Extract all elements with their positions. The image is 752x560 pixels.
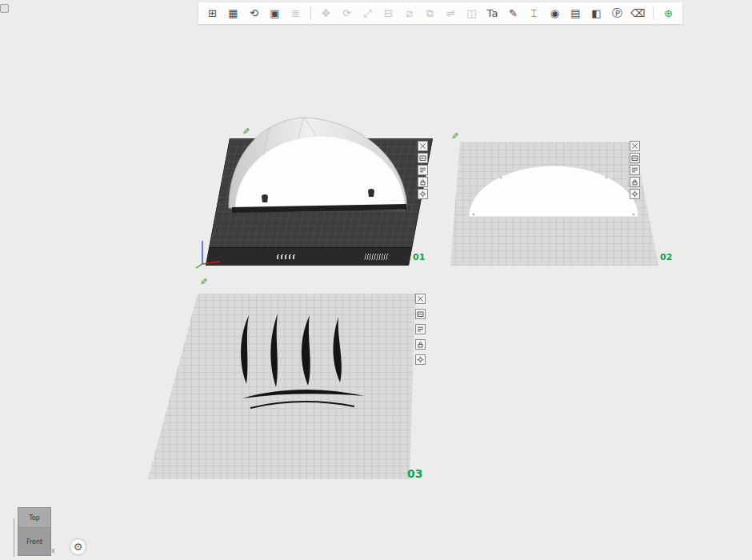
plate-01-icon-plate-config[interactable] [418, 189, 428, 199]
toolbar-button-add-model[interactable]: ⊞ [204, 5, 221, 22]
toolbar-button-mirror[interactable]: ⇌ [442, 5, 459, 22]
plate-03-icon-plate-settings[interactable] [415, 324, 426, 334]
view-navigation-cube[interactable]: Top Front [18, 507, 51, 556]
toolbar-button-color-change[interactable]: ◧ [588, 5, 605, 22]
toolbar-icon-eraser: ⌫ [630, 7, 645, 19]
plate-01-rename-pencil-icon[interactable]: ✎ [242, 126, 250, 137]
plate-02-icon-delete-plate[interactable] [630, 141, 640, 151]
toolbar-button-arrange[interactable]: ▣ [266, 5, 283, 22]
brim-line [250, 402, 354, 408]
plate-03-icon-lock-plate[interactable] [415, 339, 426, 350]
brim-arc [242, 390, 364, 398]
model-dome-shell[interactable] [222, 114, 414, 216]
x-axis [202, 262, 220, 264]
plate-01-toolbar [418, 141, 428, 199]
toolbar-button-text-tool[interactable]: Ta [484, 5, 501, 22]
toolbar-button-cut[interactable]: ⧄ [401, 5, 418, 22]
plate-01-icon-export-plate[interactable] [418, 153, 428, 163]
toolbar-icon-seam: ◉ [550, 7, 559, 19]
plate-03-number: 03 [407, 467, 422, 480]
model-flat-semicircle[interactable] [466, 160, 642, 220]
toolbar-button-eraser[interactable]: ⌫ [630, 5, 646, 22]
plate-02-toolbar [630, 141, 640, 199]
pin-dot [500, 177, 502, 179]
toolbar-icon-place-on-face: ⊟ [384, 7, 393, 19]
plate-01-number: 01 [413, 252, 425, 262]
plate-01-icon-lock-plate[interactable] [418, 177, 428, 187]
plate-02-icon-plate-config[interactable] [630, 189, 640, 199]
fin-3 [302, 315, 310, 386]
toolbar-button-scale[interactable]: ⤢ [359, 5, 376, 22]
plate-origin-axes [194, 239, 222, 270]
toolbar-button-split-objects[interactable]: ⊕ [660, 5, 677, 22]
model-blade-fins[interactable] [236, 314, 372, 414]
semicircle-face [469, 166, 638, 217]
toolbar-icon-text-tool: Ta [487, 7, 498, 19]
collapse-panel-icon[interactable] [0, 4, 9, 13]
plate-03-icon-delete-plate[interactable] [415, 294, 426, 304]
y-axis [196, 264, 202, 268]
fin-2 [270, 314, 278, 387]
toolbar-icon-split-objects: ⊕ [664, 7, 673, 19]
toolbar-icon-mirror: ⇌ [446, 7, 455, 19]
toolbar-icon-support: ⌶ [531, 7, 538, 20]
main-toolbar: ⊞ ▦ ⟲ ▣ ≣ ✥ [198, 2, 682, 24]
toolbar-icon-split-parts: ◫ [466, 7, 476, 19]
plate-03-toolbar [415, 294, 426, 365]
pin-dot [633, 214, 635, 216]
toolbar-button-move[interactable]: ✥ [318, 5, 334, 22]
toolbar-icon-scale: ⤢ [363, 7, 371, 20]
plate-03-icon-plate-config[interactable] [415, 354, 426, 365]
toolbar-button-clone[interactable]: ⧉ [422, 5, 438, 22]
toolbar-icon-height-range: ▤ [570, 7, 580, 19]
toolbar-icon-clone: ⧉ [426, 7, 434, 20]
toolbar-button-add-plate[interactable]: ▦ [225, 5, 242, 22]
world-axis-x-label: x [51, 547, 55, 554]
toolbar-icon-cut: ⧄ [406, 7, 412, 20]
fin-1 [241, 315, 249, 384]
plate-02-rename-pencil-icon[interactable]: ✎ [451, 131, 458, 142]
plate-01-front-edge [206, 247, 411, 265]
plate-01-icon-delete-plate[interactable] [418, 141, 428, 151]
toolbar-button-auto-orient[interactable]: ⟲ [246, 5, 262, 22]
toolbar-button-split-parts[interactable]: ◫ [463, 5, 480, 22]
toolbar-icon-add-model: ⊞ [208, 7, 217, 19]
pin-dot [606, 177, 608, 179]
plate-01-icon-plate-settings[interactable] [418, 165, 428, 175]
viewport-settings-button[interactable]: ⚙ [70, 539, 86, 554]
toolbar-icon-auto-orient: ⟲ [250, 7, 258, 19]
toolbar-icon-primitive: Ⓟ [612, 6, 622, 21]
nav-cube-top-face[interactable]: Top [18, 507, 51, 528]
plate-brand-logo [276, 254, 296, 259]
plate-03-icon-export-plate[interactable] [415, 309, 426, 319]
plate-02-number: 02 [660, 252, 672, 262]
toolbar-button-support[interactable]: ⌶ [526, 5, 542, 22]
toolbar-icon-move: ✥ [322, 7, 330, 19]
toolbar-button-place-on-face[interactable]: ⊟ [380, 5, 397, 22]
nav-cube-front-face[interactable]: Front [18, 528, 51, 556]
toolbar-icon-layers: ≣ [291, 7, 300, 19]
plate-02-icon-lock-plate[interactable] [630, 177, 640, 187]
toolbar-button-paint[interactable]: ✎ [505, 5, 522, 22]
toolbar-button-primitive[interactable]: Ⓟ [609, 5, 626, 22]
toolbar-icon-add-plate: ▦ [228, 7, 238, 19]
toolbar-icon-rotate: ⟳ [342, 7, 351, 19]
nav-cube-front-label: Front [26, 538, 42, 546]
toolbar-icon-color-change: ◧ [591, 7, 601, 19]
plate-02-icon-plate-settings[interactable] [630, 165, 640, 175]
plate-02-icon-export-plate[interactable] [630, 153, 640, 163]
toolbar-button-layers[interactable]: ≣ [287, 5, 304, 22]
plate-03-rename-pencil-icon[interactable]: ✎ [200, 277, 207, 287]
toolbar-button-rotate[interactable]: ⟳ [338, 5, 355, 22]
toolbar-button-height-range[interactable]: ▤ [567, 5, 584, 22]
slicer-window: ⊞ ▦ ⟲ ▣ ≣ ✥ [0, 0, 752, 560]
toolbar-button-sep-1[interactable] [310, 7, 311, 20]
toolbar-button-seam[interactable]: ◉ [546, 5, 563, 22]
fin-4 [334, 317, 342, 382]
nav-cube-top-label: Top [29, 514, 40, 522]
plate-barcode-mark [364, 254, 390, 260]
pin-dot [473, 214, 475, 216]
toolbar-button-sep-2[interactable] [653, 7, 654, 20]
world-axis-line [14, 518, 14, 557]
toolbar-icon-paint: ✎ [509, 7, 518, 19]
